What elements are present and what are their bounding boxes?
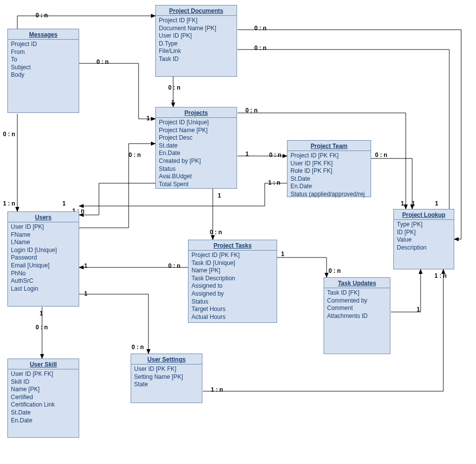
card-label: 0 : n [254, 25, 267, 32]
attr: Description [397, 244, 451, 252]
attr: Role ID [PK FK] [290, 167, 368, 175]
attr: FName [11, 231, 76, 239]
entity-title: User Skill [8, 359, 79, 369]
attr: LName [11, 239, 76, 247]
attr: Project ID [FK] [159, 17, 234, 25]
attr: En.Date [11, 417, 76, 425]
attr: Setting Name [PK] [134, 373, 199, 381]
card-label: 0 : n [96, 58, 109, 65]
entity-project-lookup: Project Lookup Type [PK] ID [PK] Value D… [393, 209, 454, 269]
attr: Status [191, 298, 274, 306]
attr: From [11, 49, 76, 56]
card-label: 1 : n [3, 200, 15, 207]
attr: Commented by [327, 297, 387, 305]
entity-project-documents: Project Documents Project ID [FK] Docume… [155, 5, 237, 77]
attr: Status [159, 165, 234, 173]
attr: Project ID [11, 41, 76, 49]
attr: Target Hours [191, 306, 274, 313]
card-label: 1 [84, 290, 88, 297]
card-label: 0 : n [168, 84, 181, 91]
attr: St.Date [11, 409, 76, 417]
card-label: 0 : n [168, 262, 181, 269]
attr: Document Name [PK] [159, 25, 234, 33]
card-label: 0 : n [269, 152, 282, 158]
attr: Task Description [191, 275, 274, 283]
entity-messages: Messages Project ID From To Subject Body [7, 29, 79, 113]
attr: Avai.BUdget [159, 173, 234, 181]
attr: User ID [PK FK] [290, 160, 368, 168]
card-label: 1 : n [211, 386, 223, 393]
attr: Task ID [Unique] [191, 259, 274, 267]
entity-project-tasks: Project Tasks Project ID [PK FK] Task ID… [188, 240, 277, 323]
attr: D.Type [159, 40, 234, 48]
entity-title: Users [8, 212, 79, 222]
card-label: 1 [62, 200, 66, 207]
card-label: 1 [417, 306, 420, 313]
card-label: 1 [171, 99, 175, 106]
entity-title: User Settings [131, 354, 202, 364]
attr: Created by [PK] [159, 157, 234, 165]
card-label: 0 : n [132, 344, 144, 351]
attr: User ID [PK] [11, 223, 76, 231]
attr: Certified [11, 394, 76, 402]
attr: Name [PK] [191, 267, 274, 275]
entity-user-settings: User Settings User ID [PK FK] Setting Na… [131, 354, 202, 403]
attr: En.Date [159, 150, 234, 157]
attr: Login ID [Unique] [11, 247, 76, 255]
attr: Value [397, 236, 451, 244]
attr: Project ID [PK FK] [290, 152, 368, 160]
card-label: 1 [245, 151, 249, 157]
card-label: 0 : n [36, 12, 48, 19]
attr: Status (applied/approved/rej [290, 191, 368, 199]
attr: Total Spent [159, 181, 234, 189]
attr: Project ID [PK FK] [191, 252, 274, 259]
entity-title: Project Team [287, 141, 371, 151]
card-label: 1 [218, 192, 221, 199]
entity-project-team: Project Team Project ID [PK FK] User ID … [287, 140, 371, 197]
attr: Assigned to [191, 282, 274, 290]
attr: User ID [PK FK] [134, 365, 199, 373]
card-label: 1 [412, 200, 415, 207]
entity-title: Task Updates [324, 278, 390, 288]
attr: St.date [159, 142, 234, 150]
card-label: 1 [146, 115, 150, 122]
attr: File/Link [159, 48, 234, 55]
entity-projects: Projects Project ID [Unique] Project Nam… [155, 107, 237, 189]
attr: Certification Link [11, 401, 76, 409]
entity-title: Projects [156, 107, 237, 118]
attr: Task ID [159, 55, 234, 63]
card-label: 1 [40, 310, 43, 317]
attr: Last Login [11, 285, 76, 293]
attr: User ID [PK FK] [11, 370, 76, 378]
card-label: 1 [281, 251, 285, 258]
card-label: 1 [435, 200, 438, 207]
entity-title: Messages [8, 29, 79, 40]
card-label: 0 : n [254, 45, 267, 52]
attr: St.Date [290, 175, 368, 183]
attr: State [134, 381, 199, 389]
attr: To [11, 56, 76, 64]
entity-title: Project Tasks [189, 240, 277, 251]
attr: User ID [PK] [159, 32, 234, 40]
card-label: 0 : n [210, 229, 222, 236]
attr: AuthSrC [11, 277, 76, 285]
card-label: 1 : n [434, 272, 447, 279]
card-label: 0 : n [375, 152, 387, 158]
attr: Name [PK] [11, 386, 76, 394]
entity-task-updates: Task Updates Task ID [FK] Commented by C… [324, 277, 390, 354]
attr: Task ID [FK] [327, 289, 387, 297]
attr: Assigned by [191, 290, 274, 298]
card-label: 1 [401, 200, 404, 207]
card-label: 1 : n [268, 179, 281, 186]
attr: Body [11, 71, 76, 79]
attr: Project Desc [159, 134, 234, 142]
entity-title: Project Documents [156, 5, 237, 16]
card-label: 0 : n [245, 107, 258, 114]
card-label: 0 : n [3, 131, 15, 138]
card-label: 0 : n [36, 324, 48, 331]
entity-user-skill: User Skill User ID [PK FK] Skill ID Name… [7, 359, 79, 438]
attr: Subject [11, 64, 76, 72]
card-label: 0 : n [329, 267, 341, 274]
card-label: 0 : n [129, 152, 141, 158]
attr: Password [11, 254, 76, 262]
